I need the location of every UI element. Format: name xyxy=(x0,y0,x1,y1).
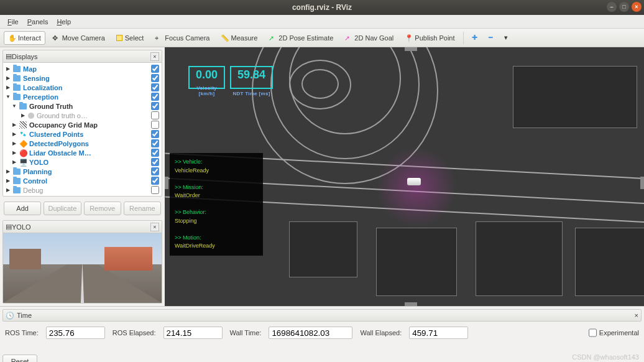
tool-menu-button[interactable]: ▾ xyxy=(500,31,512,45)
window-title: config.rviz - RViz xyxy=(292,3,352,12)
duplicate-button[interactable]: Duplicate xyxy=(44,202,81,215)
displays-tree[interactable]: ▶Map▶Sensing▶Localization▼Perception▼Gro… xyxy=(3,63,162,196)
time-close-button[interactable]: × xyxy=(635,312,638,319)
expand-icon[interactable]: ▶ xyxy=(6,66,11,72)
expand-icon[interactable]: ▼ xyxy=(6,94,11,100)
expand-icon[interactable]: ▶ xyxy=(21,113,25,118)
expand-icon[interactable]: ▶ xyxy=(6,187,11,193)
visibility-checkbox[interactable] xyxy=(151,177,159,185)
watermark: CSDN @whaosoft143 xyxy=(572,353,639,361)
pin-icon: 📍 xyxy=(405,34,412,42)
tree-item-label: Occupancy Grid Map xyxy=(29,121,151,129)
tree-row[interactable]: ▶Control xyxy=(3,176,162,185)
expand-icon[interactable]: ▼ xyxy=(12,103,17,109)
visibility-checkbox[interactable] xyxy=(151,93,159,101)
experimental-toggle[interactable]: Experimental xyxy=(589,327,639,339)
separator xyxy=(463,32,464,44)
tree-row[interactable]: ▶Ground truth o… xyxy=(3,111,162,120)
expand-icon[interactable]: ▶ xyxy=(6,178,11,183)
visibility-checkbox[interactable] xyxy=(151,102,159,110)
tree-row[interactable]: ▶🔶DetectedPolygons xyxy=(3,139,162,148)
wall-elapsed-label: Wall Elapsed: xyxy=(360,329,402,336)
interact-button[interactable]: ✋ Interact xyxy=(4,31,45,45)
tree-item-label: Sensing xyxy=(23,75,151,82)
add-button[interactable]: Add xyxy=(4,202,41,215)
yolo-image-view[interactable] xyxy=(3,233,162,303)
visibility-checkbox[interactable] xyxy=(151,149,159,157)
ros-time-label: ROS Time: xyxy=(5,329,39,336)
visibility-checkbox[interactable] xyxy=(151,186,159,194)
focus-camera-button[interactable]: ⌖ Focus Camera xyxy=(150,31,214,45)
tree-item-label: YOLO xyxy=(29,159,151,166)
pose-estimate-button[interactable]: ➚ 2D Pose Estimate xyxy=(264,31,338,45)
expand-icon[interactable]: ▶ xyxy=(12,131,17,137)
menu-file[interactable]: File xyxy=(4,17,22,27)
menu-help[interactable]: Help xyxy=(53,17,75,27)
experimental-checkbox[interactable] xyxy=(589,327,597,339)
visibility-checkbox[interactable] xyxy=(151,65,159,73)
tree-row[interactable]: ▶Map xyxy=(3,64,162,73)
ndt-box: 59.84 NDT Time [ms] xyxy=(230,66,273,89)
tree-row[interactable]: ▶Sensing xyxy=(3,73,162,83)
remove-tool-button[interactable]: ━ xyxy=(484,31,497,45)
select-icon xyxy=(116,35,122,41)
nav-goal-button[interactable]: ➚ 2D Nav Goal xyxy=(340,31,398,45)
tree-row[interactable]: ▶Localization xyxy=(3,83,162,92)
focus-icon: ⌖ xyxy=(155,34,162,42)
visibility-checkbox[interactable] xyxy=(151,83,159,91)
view-handle-left[interactable] xyxy=(165,177,168,189)
close-button[interactable]: × xyxy=(632,2,642,12)
3d-viewport[interactable]: 0.00 Velocity [km/h] 59.84 NDT Time [ms]… xyxy=(165,47,644,306)
visibility-checkbox[interactable] xyxy=(151,130,159,138)
remove-button[interactable]: Remove xyxy=(84,202,121,215)
expand-icon[interactable]: ▶ xyxy=(6,85,11,90)
select-button[interactable]: Select xyxy=(112,31,149,45)
minimize-button[interactable]: – xyxy=(607,2,617,12)
expand-icon[interactable]: ▶ xyxy=(12,141,17,146)
reset-button[interactable]: Reset xyxy=(2,355,37,362)
wall-time-label: Wall Time: xyxy=(230,329,262,336)
tree-row[interactable]: ▶🖥️YOLO xyxy=(3,157,162,167)
tree-item-label: Map xyxy=(23,65,151,73)
publish-point-button[interactable]: 📍 Publish Point xyxy=(400,31,459,45)
tree-item-label: Lidar Obstacle M… xyxy=(29,149,151,157)
expand-icon[interactable]: ▶ xyxy=(12,150,17,155)
view-handle-bottom[interactable] xyxy=(405,302,417,306)
tree-row[interactable]: ▶Occupancy Grid Map xyxy=(3,120,162,129)
visibility-checkbox[interactable] xyxy=(151,158,159,166)
ros-elapsed-field[interactable] xyxy=(163,327,223,339)
visibility-checkbox[interactable] xyxy=(151,121,159,129)
measure-button[interactable]: 📏 Measure xyxy=(216,31,262,45)
expand-icon[interactable]: ▶ xyxy=(6,75,11,81)
expand-icon[interactable]: ▶ xyxy=(12,122,17,128)
displays-close-button[interactable]: × xyxy=(150,52,159,61)
maximize-button[interactable]: □ xyxy=(619,2,629,12)
visibility-checkbox[interactable] xyxy=(151,139,159,147)
tree-item-label: Ground truth o… xyxy=(37,112,151,119)
tree-row[interactable]: ▼Ground Truth xyxy=(3,101,162,111)
add-tool-button[interactable]: ✚ xyxy=(467,31,482,45)
visibility-checkbox[interactable] xyxy=(151,74,159,82)
visibility-checkbox[interactable] xyxy=(151,167,159,175)
tree-row[interactable]: ▶Debug xyxy=(3,185,162,195)
move-camera-button[interactable]: ✥ Move Camera xyxy=(48,31,109,45)
arrow-pink-icon: ➚ xyxy=(344,34,352,42)
expand-icon[interactable]: ▶ xyxy=(12,159,17,165)
ros-time-field[interactable] xyxy=(46,327,105,339)
view-handle-right[interactable] xyxy=(640,177,644,189)
visibility-checkbox[interactable] xyxy=(151,111,159,119)
tree-row[interactable]: ▶Clustered Points xyxy=(3,129,162,139)
menu-panels[interactable]: Panels xyxy=(24,17,52,27)
yolo-close-button[interactable]: × xyxy=(150,223,159,231)
wall-time-field[interactable] xyxy=(269,327,352,339)
tree-row[interactable]: ▶Planning xyxy=(3,167,162,176)
rename-button[interactable]: Rename xyxy=(124,202,161,215)
view-handle-top[interactable] xyxy=(405,47,417,51)
tree-item-label: Clustered Points xyxy=(29,131,151,138)
displays-header: ▤ Displays × xyxy=(3,50,162,63)
expand-icon[interactable]: ▶ xyxy=(6,169,11,174)
tree-row[interactable]: ▼Perception xyxy=(3,92,162,101)
tree-row[interactable]: ▶🔴Lidar Obstacle M… xyxy=(3,148,162,157)
hand-icon: ✋ xyxy=(8,34,16,42)
wall-elapsed-field[interactable] xyxy=(409,327,468,339)
